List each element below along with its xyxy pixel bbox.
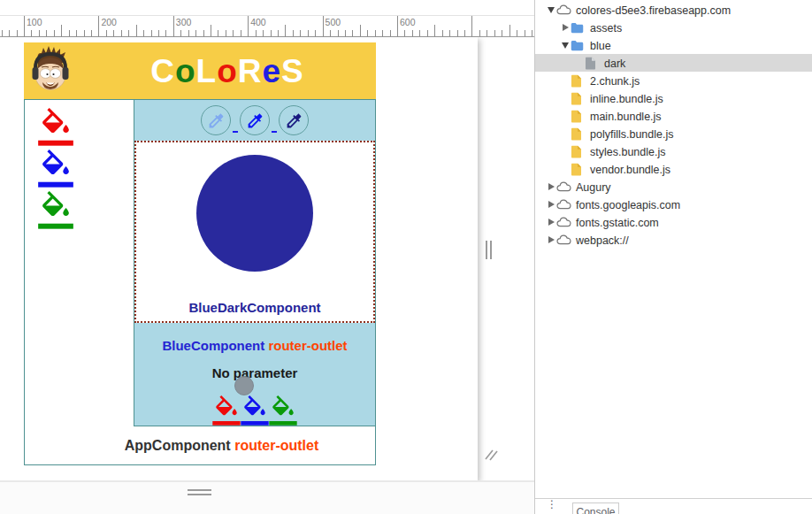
chevron-down-icon[interactable] — [546, 7, 556, 13]
tree-item-inline-bundle-js[interactable]: inline.bundle.js — [535, 89, 812, 107]
js-file-icon — [571, 145, 582, 158]
ruler-label: 100 — [27, 17, 42, 27]
nav-bucket-green[interactable] — [38, 191, 73, 229]
cloud-icon — [556, 4, 571, 16]
color-nav-sidebar — [25, 100, 134, 426]
ruler-label: 500 — [326, 17, 341, 27]
browser-devtools-window: 100200300400500600 — [0, 0, 812, 514]
chevron-right-icon[interactable] — [546, 201, 556, 208]
color-circle — [196, 155, 313, 272]
tree-item-label: inline.bundle.js — [590, 92, 663, 105]
paint-bucket-icon — [38, 150, 73, 188]
chevron-down-icon[interactable] — [560, 42, 571, 49]
app-header: CoLoReS — [24, 42, 376, 99]
title-letter: o — [175, 53, 196, 89]
no-parameter-text: No parameter — [134, 365, 375, 380]
tree-item-2-chunk-js[interactable]: 2.chunk.js — [535, 72, 812, 89]
tree-item-styles-bundle-js[interactable]: styles.bundle.js — [535, 142, 812, 160]
tree-item-label: fonts.googleapis.com — [576, 198, 680, 211]
horizontal-ruler: 100200300400500600 — [0, 16, 534, 37]
blue-footer-bucket-blue[interactable] — [241, 395, 269, 426]
title-letter: e — [263, 53, 282, 89]
tree-item-label: webpack:// — [576, 234, 629, 247]
tree-item-label: main.bundle.js — [590, 110, 662, 123]
js-file-icon — [571, 74, 582, 88]
dropper-button-blue[interactable] — [240, 105, 270, 135]
tree-item-label: styles.bundle.js — [590, 145, 665, 158]
canvas-right-gutter — [478, 37, 534, 480]
page-canvas: CoLoReS BlueDarkCo — [0, 37, 478, 480]
tree-item-vendor-bundle-js[interactable]: vendor.bundle.js — [535, 160, 812, 178]
tree-item-augury[interactable]: Augury — [535, 178, 812, 196]
file-navigator-tree: colores-d5ee3.firebaseapp.com assets blu… — [535, 0, 812, 249]
tree-item-label: blue — [590, 39, 611, 52]
shade-link-underscore[interactable] — [272, 131, 277, 133]
tab-console[interactable]: Console — [572, 502, 619, 514]
folder-icon — [571, 22, 584, 34]
app-router-outlet-label: router-outlet — [234, 438, 318, 453]
js-file-icon — [571, 110, 582, 123]
devtools-sources-panel: colores-d5ee3.firebaseapp.com assets blu… — [534, 0, 812, 514]
file-icon — [585, 57, 596, 70]
eyedropper-icon — [207, 111, 226, 130]
tree-item-label: Augury — [576, 180, 611, 194]
paint-bucket-icon — [38, 191, 73, 229]
viewport-height-resize-handle[interactable] — [188, 489, 211, 496]
blue-component-name: BlueComponent — [162, 338, 264, 353]
diagonal-resize-icon — [483, 448, 499, 464]
nav-bucket-red[interactable] — [38, 108, 73, 146]
chevron-right-icon[interactable] — [560, 24, 571, 31]
tree-item-colores-d5ee3-firebaseapp-com[interactable]: colores-d5ee3.firebaseapp.com — [535, 1, 812, 19]
paint-bucket-icon — [212, 395, 241, 426]
blue-footer-bucket-green[interactable] — [269, 395, 297, 426]
js-file-icon — [571, 127, 582, 141]
tree-item-webpack-[interactable]: webpack:// — [535, 231, 812, 249]
blue-footer-bucket-red[interactable] — [212, 395, 241, 426]
tree-item-assets[interactable]: assets — [535, 19, 812, 36]
devtools-drawer: ⋮ Console — [535, 498, 812, 514]
drawer-menu-icon[interactable]: ⋮ — [547, 502, 555, 507]
avatar-image — [31, 45, 70, 96]
blue-dark-component-panel: BlueDarkComponent — [134, 141, 375, 323]
tree-item-polyfills-bundle-js[interactable]: polyfills.bundle.js — [535, 125, 812, 142]
app-router-outlet-row: AppComponent router-outlet — [25, 426, 375, 464]
tree-item-label: polyfills.bundle.js — [590, 127, 674, 141]
cloud-icon — [556, 198, 571, 211]
color-links-row — [134, 395, 375, 426]
blue-component-footer: BlueComponent router-outlet No parameter — [134, 323, 375, 426]
chevron-right-icon[interactable] — [546, 236, 556, 243]
js-file-icon — [571, 92, 582, 105]
nav-bucket-blue[interactable] — [38, 150, 73, 188]
tree-item-fonts-gstatic-com[interactable]: fonts.gstatic.com — [535, 213, 812, 231]
blue-router-outlet-label: router-outlet — [268, 338, 347, 353]
blue-component: BlueDarkComponent BlueComponent router-o… — [134, 100, 375, 426]
main-row: BlueDarkComponent BlueComponent router-o… — [25, 100, 375, 426]
tree-item-dark[interactable]: dark — [535, 54, 812, 72]
ruler-label: 200 — [101, 17, 117, 27]
folder-icon — [571, 40, 584, 51]
dropper-button-dark-blue[interactable] — [279, 105, 309, 135]
eyedropper-icon — [285, 111, 303, 130]
viewport-corner-resize-handle[interactable] — [483, 448, 499, 464]
tree-item-fonts-googleapis-com[interactable]: fonts.googleapis.com — [535, 196, 812, 213]
device-mode-top-strip — [0, 0, 534, 16]
cloud-icon — [556, 216, 571, 228]
tree-item-label: assets — [590, 21, 622, 35]
shade-link-underscore[interactable] — [233, 131, 238, 133]
cloud-icon — [556, 234, 571, 246]
tree-item-main-bundle-js[interactable]: main.bundle.js — [535, 107, 812, 125]
title-letter: o — [217, 53, 238, 89]
tree-item-label: dark — [604, 57, 625, 70]
chevron-right-icon[interactable] — [546, 183, 556, 190]
app-title: CoLoReS — [66, 55, 376, 88]
dropper-button-light-blue[interactable] — [201, 105, 231, 135]
app-content-box: BlueDarkComponent BlueComponent router-o… — [24, 99, 376, 465]
chevron-right-icon[interactable] — [546, 219, 556, 226]
viewport-width-resize-handle[interactable] — [486, 241, 493, 259]
avatar — [24, 42, 66, 99]
tree-item-label: 2.chunk.js — [590, 74, 640, 88]
tree-item-label: colores-d5ee3.firebaseapp.com — [576, 4, 731, 17]
tree-item-blue[interactable]: blue — [535, 36, 812, 54]
touch-cursor-indicator — [234, 376, 254, 395]
eyedropper-icon — [246, 111, 264, 130]
